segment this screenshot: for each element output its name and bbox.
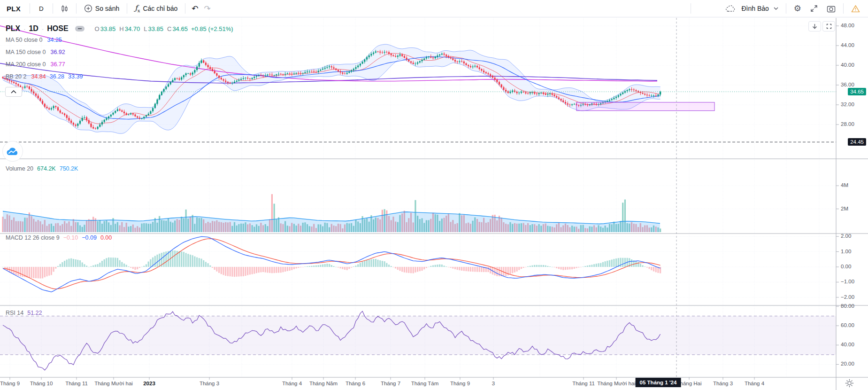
cloud-chart-logo-icon [6, 146, 20, 156]
time-axis-label: Tháng 4 [282, 381, 302, 386]
scroll-to-recent-button[interactable] [808, 21, 821, 31]
plus-circle-icon [84, 4, 92, 13]
date-badge: 05 Tháng 1 '24 [636, 378, 681, 387]
time-axis-label: Tháng 11 [572, 381, 595, 386]
snapshot-button[interactable] [822, 2, 840, 15]
main-legend: PLX · 1D · HOSE O33.85 H34.70 L33.85 C34… [6, 23, 233, 83]
time-axis-label: Tháng 7 [381, 381, 400, 386]
chart-canvas[interactable]: PLX · 1D · HOSE O33.85 H34.70 L33.85 C34… [0, 18, 868, 390]
maximize-icon [826, 23, 832, 29]
macd-axis-label: 1.00 [841, 249, 851, 254]
price-axis-label: 48.00 [841, 23, 854, 28]
time-axis-label: Tháng 9 [0, 381, 20, 386]
toolbar-separator [185, 3, 185, 14]
toolbar-separator [53, 3, 53, 14]
toolbar-separator [30, 3, 30, 14]
time-axis-label: 3 [492, 381, 495, 386]
chevron-up-icon [11, 90, 16, 94]
warning-triangle-icon [851, 5, 860, 13]
cloud-icon [725, 5, 736, 13]
symbol-search-button[interactable]: PLX [0, 2, 26, 15]
rsi-legend[interactable]: RSI 14 51.22 [6, 310, 42, 316]
indicator-row-ma50[interactable]: MA 50 close 0 34.25 [6, 34, 233, 46]
macd-axis-label: 2.00 [841, 233, 851, 239]
chart-style-button[interactable] [56, 2, 73, 15]
last-price-badge: 34.65 [848, 88, 866, 95]
time-axis-label: Tháng Tám [411, 381, 439, 386]
interval-button[interactable]: D [33, 2, 49, 15]
macd-axis-label: −2.00 [841, 294, 854, 300]
indicator-row-ma200[interactable]: MA 200 close 0 36.77 [6, 58, 233, 70]
time-axis-label: Tháng 11 [65, 381, 88, 386]
chevron-down-icon [774, 7, 778, 10]
toolbar-separator [691, 3, 691, 14]
macd-legend[interactable]: MACD 12 26 close 9 −0.10 −0.09 0.00 [6, 234, 112, 241]
time-axis-label: Tháng 9 [450, 381, 470, 386]
time-axis-label: Tháng 6 [346, 381, 365, 386]
redo-button[interactable]: ↷ [201, 2, 214, 15]
volume-axis-label: 2M [841, 206, 848, 211]
toolbar-separator [786, 3, 786, 14]
ohlc-values: O33.85 H34.70 L33.85 C34.65 +0.85 (+2.51… [91, 25, 233, 32]
volume-legend[interactable]: Volume 20 674.2K 750.2K [6, 165, 78, 172]
volume-axis-label: 4M [841, 182, 848, 188]
collapse-legend-button[interactable] [5, 87, 22, 97]
legend-symbol[interactable]: PLX [6, 24, 20, 33]
chart-settings-button[interactable]: ⚙ [790, 2, 806, 15]
indicator-row-bb[interactable]: BB 20 2 34.84 36.28 33.39 [6, 70, 233, 83]
rsi-axis-label: 60.00 [841, 322, 854, 328]
time-axis-label: Tháng Năm [309, 381, 338, 386]
price-axis-label: 28.00 [841, 121, 854, 127]
compare-button[interactable]: So sánh [80, 2, 123, 15]
candlestick-icon [61, 5, 69, 13]
toolbar-separator [843, 3, 844, 14]
camera-icon [827, 5, 836, 13]
time-axis-label: Tháng 3 [200, 381, 219, 386]
rsi-axis-label: 20.00 [841, 361, 854, 367]
maximize-pane-button[interactable] [822, 21, 835, 31]
time-axis-label: 2023 [143, 381, 155, 386]
compare-label: So sánh [95, 5, 119, 12]
broker-logo[interactable] [2, 141, 23, 162]
time-axis-label: Tháng 3 [713, 381, 733, 386]
indicators-button[interactable]: ƒx Các chỉ báo [131, 2, 182, 15]
time-axis-label: Tháng 4 [745, 381, 764, 386]
price-axis-label: 32.00 [841, 101, 854, 107]
fullscreen-icon [810, 4, 818, 13]
legend-interval[interactable]: 1D [29, 24, 38, 33]
indicators-label: Các chỉ báo [143, 5, 177, 12]
price-level-badge: 24.45 [848, 138, 866, 146]
warning-button[interactable] [847, 2, 864, 15]
price-axis-label: 44.00 [841, 42, 854, 48]
rsi-axis-label: 80.00 [841, 303, 854, 309]
save-layout-button[interactable]: Đình Bảo [721, 2, 782, 15]
undo-button[interactable]: ↶ [189, 2, 201, 15]
indicator-row-ma150[interactable]: MA 150 close 0 36.92 [6, 46, 233, 58]
time-axis-label: Tháng Mười hai [597, 381, 636, 386]
price-axis-label: 40.00 [841, 62, 854, 68]
top-toolbar: PLX D So sánh ƒx Các chỉ báo [0, 0, 868, 17]
time-axis-label: Tháng Mười hai [94, 381, 133, 386]
rsi-axis-label: 40.00 [841, 342, 854, 347]
layout-name: Đình Bảo [741, 5, 768, 12]
toolbar-separator [76, 3, 77, 14]
sun-icon[interactable] [845, 379, 854, 390]
macd-axis-label: 0.00 [841, 264, 851, 269]
toolbar-separator [127, 3, 127, 14]
arrow-down-icon [812, 23, 817, 29]
price-change: +0.85 (+2.51%) [191, 25, 233, 32]
legend-exchange[interactable]: HOSE [47, 24, 68, 33]
time-axis-label: Tháng 10 [30, 381, 53, 386]
macd-axis-label: −1.00 [841, 279, 854, 284]
gear-icon: ⚙ [794, 3, 801, 14]
fullscreen-button[interactable] [806, 2, 822, 15]
fx-icon: ƒx [135, 4, 140, 13]
symbol-actions-chip[interactable] [75, 26, 84, 31]
price-axis-label: 36.00 [841, 82, 854, 87]
